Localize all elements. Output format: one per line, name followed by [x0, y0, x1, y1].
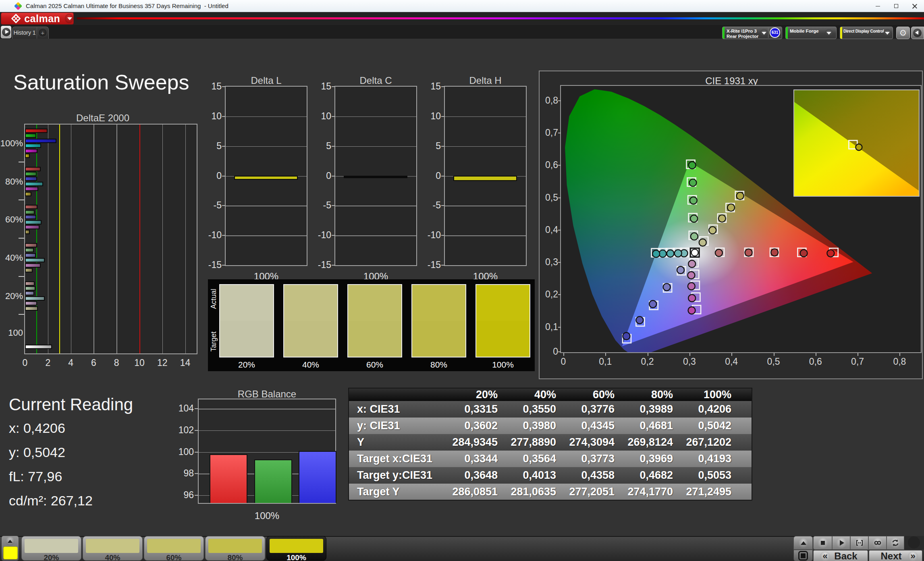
cie-y-tick-label: 0,3: [540, 257, 558, 268]
red-measured-point: [800, 249, 808, 257]
y-tick: [195, 495, 198, 496]
cie-x-tick-label: 0,3: [677, 356, 702, 367]
loop-range-button[interactable]: [850, 536, 868, 550]
reading-line: cd/m²: 267,12: [9, 493, 93, 509]
delta-l-chart-title: Delta L: [225, 75, 307, 86]
reading-line: fL: 77,96: [9, 469, 62, 484]
reference-line: [139, 125, 140, 353]
next-button[interactable]: Next »: [869, 550, 922, 561]
y-tick: [195, 408, 198, 409]
capture-state-indicator[interactable]: [793, 550, 813, 561]
y-tick: [441, 235, 444, 236]
swatch-20%: [219, 284, 274, 357]
y-tick-label: 0: [419, 170, 441, 181]
expand-up-button[interactable]: [6, 537, 15, 546]
reference-line: [36, 125, 37, 353]
gridline: [335, 206, 416, 206]
cie-y-tick-label: 0,7: [540, 127, 558, 138]
deltae-bar: [25, 258, 45, 262]
y-tick-label: 0: [200, 170, 222, 181]
table-cell: 277,8890: [500, 434, 558, 451]
gridline: [335, 116, 416, 117]
page-title: Saturation Sweeps: [13, 70, 189, 94]
gridline: [445, 116, 526, 117]
row-label: Target Y: [349, 484, 441, 500]
y-tick-label: 5: [309, 141, 331, 152]
column-header: 40%: [500, 388, 558, 401]
y-tick-label: 102: [171, 425, 194, 436]
deltae-bar: [25, 306, 38, 311]
cie-y-tick: [558, 133, 561, 133]
y-group-label: 100%: [0, 138, 23, 149]
actual-swatch: [348, 285, 401, 321]
y-group-label: 80%: [0, 177, 23, 187]
table-row: x: CIE310,33150,35500,37760,39890,4206: [349, 401, 752, 418]
y-group-label: 20%: [0, 291, 23, 301]
y-tick: [332, 176, 335, 177]
red-measured-point: [745, 249, 752, 256]
green-measured-point: [689, 179, 696, 186]
deltae-bar: [25, 167, 41, 171]
table-cell: 0,3969: [617, 451, 675, 467]
play-measure-button[interactable]: [832, 536, 850, 550]
y-group-label: 100: [0, 328, 23, 338]
y-tick-label: 10: [419, 111, 441, 122]
y-tick-label: 15: [309, 81, 331, 92]
deltae-bar: [25, 268, 33, 272]
stop-button[interactable]: [813, 536, 832, 550]
inactive-button: [908, 536, 920, 549]
expand-transport-button[interactable]: [793, 536, 813, 550]
table-cell: 269,8124: [617, 434, 675, 451]
thumb-swatch: [86, 539, 139, 553]
table-row: Target y:CIE310,36480,40130,43580,46820,…: [349, 467, 752, 484]
table-cell: 0,3344: [441, 451, 500, 467]
gridline: [226, 206, 307, 206]
y-tick-label: 15: [200, 81, 222, 92]
x-tick-label: 4: [59, 357, 83, 368]
loop-range-icon: [854, 538, 865, 548]
refresh-button[interactable]: [887, 536, 904, 550]
deltae-bar: [25, 230, 30, 234]
cie-y-tick-label: 0,8: [540, 95, 558, 106]
blue-balance-bar: [299, 451, 336, 503]
cyan-measured-point: [675, 250, 682, 257]
arrow-up-icon: [798, 538, 808, 548]
group-tick: [19, 162, 24, 162]
row-label: Target y:CIE31: [349, 467, 441, 484]
slide-thumb-100%[interactable]: 100%: [266, 536, 326, 561]
y-tick: [195, 452, 198, 453]
deltae-bar: [25, 220, 42, 224]
x-tick-label: 0: [13, 357, 37, 368]
row-label: y: CIE31: [349, 418, 441, 434]
continuous-loop-button[interactable]: [868, 536, 887, 550]
y-tick-label: 15: [419, 81, 441, 92]
slide-thumb-60%[interactable]: 60%: [144, 536, 204, 561]
row-label: Target x:CIE31: [349, 451, 441, 467]
table-cell: 0,3602: [441, 418, 500, 434]
green-measured-point: [689, 162, 696, 169]
cie-y-tick: [558, 100, 561, 101]
back-button[interactable]: « Back: [813, 550, 868, 561]
row-label: Y: [349, 434, 441, 451]
x-tick-label: 2: [36, 357, 60, 368]
table-cell: 267,1202: [675, 434, 733, 451]
green-balance-bar: [254, 459, 292, 503]
gridline: [335, 235, 416, 236]
cie-y-tick-label: 0,5: [540, 192, 558, 203]
deltae-bar: [25, 133, 36, 138]
target-swatch: [412, 321, 465, 357]
magenta-measured-point: [688, 283, 695, 290]
red-measured-point: [827, 250, 834, 257]
slide-thumb-20%[interactable]: 20%: [21, 536, 81, 561]
gridline: [48, 125, 49, 353]
column-header: 20%: [441, 388, 500, 401]
reading-line: y: 0,5042: [9, 445, 65, 460]
current-patch-panel: [1, 536, 19, 561]
thumb-swatch: [270, 539, 323, 553]
green-measured-point: [691, 233, 698, 240]
transport-left-column: [793, 536, 813, 561]
slide-thumb-80%[interactable]: 80%: [205, 536, 265, 561]
swatch-label: 100%: [475, 360, 530, 370]
y-tick: [222, 116, 225, 117]
slide-thumb-40%[interactable]: 40%: [83, 536, 143, 561]
